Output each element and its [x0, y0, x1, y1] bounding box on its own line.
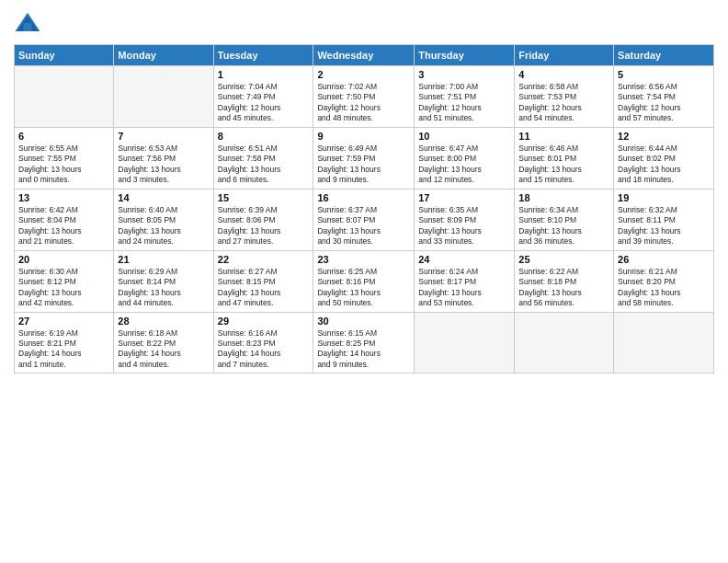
day-number: 15 [218, 192, 310, 203]
calendar-cell: 12Sunrise: 6:44 AM Sunset: 8:02 PM Dayli… [614, 127, 714, 189]
calendar-cell [515, 312, 614, 373]
day-number: 29 [218, 316, 310, 327]
day-info: Sunrise: 6:35 AM Sunset: 8:09 PM Dayligh… [418, 205, 510, 247]
day-info: Sunrise: 6:27 AM Sunset: 8:15 PM Dayligh… [218, 267, 310, 309]
day-number: 9 [317, 131, 410, 142]
day-number: 10 [418, 131, 510, 142]
day-info: Sunrise: 6:37 AM Sunset: 8:07 PM Dayligh… [317, 205, 410, 247]
calendar-cell: 14Sunrise: 6:40 AM Sunset: 8:05 PM Dayli… [114, 189, 213, 250]
day-info: Sunrise: 6:34 AM Sunset: 8:10 PM Dayligh… [518, 205, 609, 247]
day-info: Sunrise: 6:19 AM Sunset: 8:21 PM Dayligh… [18, 328, 109, 371]
day-info: Sunrise: 6:16 AM Sunset: 8:23 PM Dayligh… [218, 328, 310, 371]
day-info: Sunrise: 6:32 AM Sunset: 8:11 PM Dayligh… [618, 205, 710, 247]
day-info: Sunrise: 6:49 AM Sunset: 7:59 PM Dayligh… [317, 144, 410, 186]
calendar: SundayMondayTuesdayWednesdayThursdayFrid… [14, 44, 714, 373]
day-number: 12 [618, 131, 710, 142]
calendar-cell: 27Sunrise: 6:19 AM Sunset: 8:21 PM Dayli… [15, 312, 114, 373]
day-info: Sunrise: 6:44 AM Sunset: 8:02 PM Dayligh… [618, 144, 710, 186]
day-number: 13 [18, 192, 109, 203]
calendar-cell: 28Sunrise: 6:18 AM Sunset: 8:22 PM Dayli… [114, 312, 213, 373]
day-number: 16 [317, 192, 410, 203]
day-number: 4 [518, 69, 609, 80]
calendar-week-4: 20Sunrise: 6:30 AM Sunset: 8:12 PM Dayli… [15, 250, 714, 312]
day-info: Sunrise: 6:18 AM Sunset: 8:22 PM Dayligh… [118, 328, 209, 371]
calendar-cell: 19Sunrise: 6:32 AM Sunset: 8:11 PM Dayli… [614, 189, 714, 250]
day-info: Sunrise: 6:30 AM Sunset: 8:12 PM Dayligh… [18, 267, 109, 309]
calendar-cell [614, 312, 714, 373]
day-number: 26 [618, 254, 710, 265]
day-number: 6 [18, 131, 109, 142]
day-info: Sunrise: 7:00 AM Sunset: 7:51 PM Dayligh… [418, 82, 510, 124]
day-number: 28 [118, 316, 209, 327]
day-header-tuesday: Tuesday [213, 45, 313, 66]
calendar-cell: 15Sunrise: 6:39 AM Sunset: 8:06 PM Dayli… [213, 189, 313, 250]
calendar-cell: 11Sunrise: 6:46 AM Sunset: 8:01 PM Dayli… [515, 127, 614, 189]
day-number: 21 [118, 254, 209, 265]
day-number: 18 [518, 192, 609, 203]
day-number: 25 [518, 254, 609, 265]
calendar-cell: 8Sunrise: 6:51 AM Sunset: 7:58 PM Daylig… [213, 127, 313, 189]
calendar-cell: 18Sunrise: 6:34 AM Sunset: 8:10 PM Dayli… [515, 189, 614, 250]
day-number: 22 [218, 254, 310, 265]
calendar-cell: 13Sunrise: 6:42 AM Sunset: 8:04 PM Dayli… [15, 189, 114, 250]
calendar-week-3: 13Sunrise: 6:42 AM Sunset: 8:04 PM Dayli… [15, 189, 714, 250]
calendar-cell: 2Sunrise: 7:02 AM Sunset: 7:50 PM Daylig… [313, 66, 415, 128]
day-info: Sunrise: 6:56 AM Sunset: 7:54 PM Dayligh… [618, 82, 710, 124]
calendar-cell [15, 66, 114, 128]
calendar-cell: 26Sunrise: 6:21 AM Sunset: 8:20 PM Dayli… [614, 250, 714, 312]
calendar-cell: 5Sunrise: 6:56 AM Sunset: 7:54 PM Daylig… [614, 66, 714, 128]
calendar-cell: 22Sunrise: 6:27 AM Sunset: 8:15 PM Dayli… [213, 250, 313, 312]
day-header-wednesday: Wednesday [313, 45, 415, 66]
calendar-cell [415, 312, 515, 373]
day-info: Sunrise: 6:22 AM Sunset: 8:18 PM Dayligh… [518, 267, 609, 309]
day-info: Sunrise: 6:58 AM Sunset: 7:53 PM Dayligh… [518, 82, 609, 124]
calendar-cell: 6Sunrise: 6:55 AM Sunset: 7:55 PM Daylig… [15, 127, 114, 189]
day-info: Sunrise: 6:51 AM Sunset: 7:58 PM Dayligh… [218, 144, 310, 186]
calendar-header-row: SundayMondayTuesdayWednesdayThursdayFrid… [15, 45, 714, 66]
calendar-cell: 10Sunrise: 6:47 AM Sunset: 8:00 PM Dayli… [415, 127, 515, 189]
day-info: Sunrise: 6:24 AM Sunset: 8:17 PM Dayligh… [418, 267, 510, 309]
day-info: Sunrise: 6:15 AM Sunset: 8:25 PM Dayligh… [317, 328, 410, 371]
day-info: Sunrise: 7:02 AM Sunset: 7:50 PM Dayligh… [317, 82, 410, 124]
calendar-cell: 30Sunrise: 6:15 AM Sunset: 8:25 PM Dayli… [313, 312, 415, 373]
day-number: 14 [118, 192, 209, 203]
day-number: 5 [618, 69, 710, 80]
day-number: 23 [317, 254, 410, 265]
day-header-sunday: Sunday [15, 45, 114, 66]
calendar-cell: 21Sunrise: 6:29 AM Sunset: 8:14 PM Dayli… [114, 250, 213, 312]
day-number: 1 [218, 69, 310, 80]
day-number: 3 [418, 69, 510, 80]
day-info: Sunrise: 6:25 AM Sunset: 8:16 PM Dayligh… [317, 267, 410, 309]
day-info: Sunrise: 6:21 AM Sunset: 8:20 PM Dayligh… [618, 267, 710, 309]
page: SundayMondayTuesdayWednesdayThursdayFrid… [0, 0, 728, 563]
calendar-cell: 9Sunrise: 6:49 AM Sunset: 7:59 PM Daylig… [313, 127, 415, 189]
day-info: Sunrise: 6:55 AM Sunset: 7:55 PM Dayligh… [18, 144, 109, 186]
day-number: 7 [118, 131, 209, 142]
logo [14, 9, 45, 37]
calendar-week-1: 1Sunrise: 7:04 AM Sunset: 7:49 PM Daylig… [15, 66, 714, 128]
day-number: 11 [518, 131, 609, 142]
svg-rect-2 [24, 23, 32, 31]
calendar-cell: 20Sunrise: 6:30 AM Sunset: 8:12 PM Dayli… [15, 250, 114, 312]
day-number: 24 [418, 254, 510, 265]
calendar-cell: 24Sunrise: 6:24 AM Sunset: 8:17 PM Dayli… [415, 250, 515, 312]
calendar-cell: 4Sunrise: 6:58 AM Sunset: 7:53 PM Daylig… [515, 66, 614, 128]
day-number: 20 [18, 254, 109, 265]
day-info: Sunrise: 7:04 AM Sunset: 7:49 PM Dayligh… [218, 82, 310, 124]
day-number: 2 [317, 69, 410, 80]
day-number: 17 [418, 192, 510, 203]
day-header-friday: Friday [515, 45, 614, 66]
day-info: Sunrise: 6:29 AM Sunset: 8:14 PM Dayligh… [118, 267, 209, 309]
header [14, 9, 714, 37]
day-header-thursday: Thursday [415, 45, 515, 66]
day-number: 8 [218, 131, 310, 142]
day-info: Sunrise: 6:53 AM Sunset: 7:56 PM Dayligh… [118, 144, 209, 186]
calendar-cell: 23Sunrise: 6:25 AM Sunset: 8:16 PM Dayli… [313, 250, 415, 312]
calendar-cell: 7Sunrise: 6:53 AM Sunset: 7:56 PM Daylig… [114, 127, 213, 189]
calendar-cell: 29Sunrise: 6:16 AM Sunset: 8:23 PM Dayli… [213, 312, 313, 373]
logo-icon [14, 9, 41, 37]
calendar-cell: 1Sunrise: 7:04 AM Sunset: 7:49 PM Daylig… [213, 66, 313, 128]
day-number: 30 [317, 316, 410, 327]
day-header-saturday: Saturday [614, 45, 714, 66]
calendar-cell [114, 66, 213, 128]
